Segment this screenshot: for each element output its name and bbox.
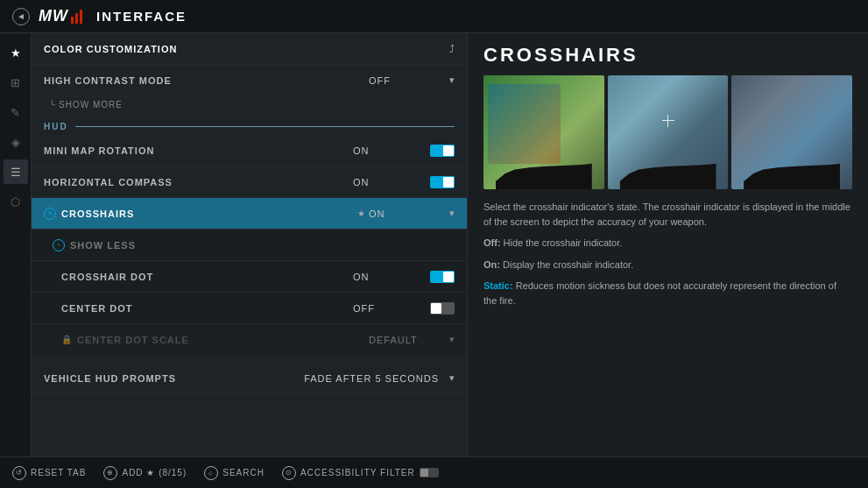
mini-map-value: ON xyxy=(353,145,423,156)
add-icon: ⊕ xyxy=(103,466,117,480)
horizontal-compass-toggle[interactable] xyxy=(430,176,455,188)
color-customization-row[interactable]: COLOR CUSTOMIZATION ⤴ xyxy=(32,33,467,65)
description-on: On: Display the crosshair indicator. xyxy=(483,258,852,272)
vehicle-hud-chevron: ▾ xyxy=(449,372,455,384)
accessibility-toggle-knob xyxy=(420,469,428,477)
crosshair-overlay xyxy=(662,115,674,127)
main-layout: ★ ⊞ ✎ ◈ ☰ ⬡ COLOR CUSTOMIZATION ⤴ HIGH C… xyxy=(0,33,868,456)
top-bar: ◄ MW INTERFACE xyxy=(0,0,868,33)
search-icon: ⌕ xyxy=(204,466,218,480)
mini-map-row[interactable]: MINI MAP ROTATION ON xyxy=(32,135,467,166)
reset-label: RESET TAB xyxy=(31,468,86,477)
accessibility-action[interactable]: ⊙ ACCESSIBILITY FILTER xyxy=(282,466,439,480)
color-customization-label: COLOR CUSTOMIZATION xyxy=(44,44,449,54)
horizontal-compass-toggle-knob xyxy=(443,177,454,187)
crosshairs-star: ★ xyxy=(357,209,365,218)
sidebar-icon-gamepad[interactable]: ⊞ xyxy=(4,70,28,95)
graffiti-overlay-1 xyxy=(488,84,561,164)
crosshairs-title: CROSSHAIRS xyxy=(483,44,852,67)
show-more-label: SHOW MORE xyxy=(59,100,123,110)
search-action[interactable]: ⌕ SEARCH xyxy=(204,466,265,480)
center-dot-scale-value: DEFAULT xyxy=(369,335,439,345)
add-label: ADD ★ (8/15) xyxy=(122,468,187,477)
mini-map-toggle-knob xyxy=(443,145,454,156)
accessibility-toggle[interactable] xyxy=(420,468,439,477)
mini-map-label: MINI MAP ROTATION xyxy=(44,145,353,156)
mini-map-toggle[interactable] xyxy=(430,145,455,157)
hud-section-label: HUD xyxy=(44,122,68,131)
horizontal-compass-value: ON xyxy=(353,177,423,187)
high-contrast-label: HIGH CONTRAST MODE xyxy=(44,75,369,86)
right-panel: CROSSHAIRS Select the crosshair indicato… xyxy=(468,33,868,456)
sidebar-icon-edit[interactable]: ✎ xyxy=(4,100,28,124)
center-dot-scale-chevron: ▾ xyxy=(449,334,455,345)
sidebar-icon-sound[interactable]: ◈ xyxy=(4,130,28,154)
description-main: Select the crosshair indicator's state. … xyxy=(483,200,852,229)
show-more-arrow: └ xyxy=(49,100,55,110)
sidebar-icon-star[interactable]: ★ xyxy=(4,40,28,65)
preview-image-3 xyxy=(731,75,852,189)
center-dot-scale-row: 🔒 CENTER DOT SCALE DEFAULT ▾ xyxy=(32,324,467,356)
high-contrast-row[interactable]: HIGH CONTRAST MODE OFF ▾ xyxy=(32,65,467,96)
reset-icon: ↺ xyxy=(12,466,26,480)
show-less-icon: − xyxy=(53,239,65,251)
description-off: Off: Hide the crosshair indicator. xyxy=(483,236,852,251)
center-dot-toggle[interactable] xyxy=(430,302,455,315)
crosshairs-row[interactable]: ✕ CROSSHAIRS ★ ON ▾ xyxy=(32,198,467,230)
crosshairs-chevron: ▾ xyxy=(449,208,455,219)
crosshairs-icon: ✕ xyxy=(44,208,56,220)
high-contrast-value: OFF xyxy=(369,75,439,86)
crosshairs-label: CROSSHAIRS xyxy=(61,209,357,219)
accessibility-label: ACCESSIBILITY FILTER xyxy=(300,468,415,477)
horizontal-compass-row[interactable]: HORIZONTAL COMPASS ON xyxy=(32,166,467,198)
add-action[interactable]: ⊕ ADD ★ (8/15) xyxy=(103,466,187,480)
vehicle-hud-value: FADE AFTER 5 SECONDS xyxy=(304,373,439,384)
page-title: INTERFACE xyxy=(96,9,187,24)
gun-3 xyxy=(744,150,840,189)
crosshair-dot-value: ON xyxy=(353,272,423,282)
preview-image-1 xyxy=(483,75,604,189)
crosshair-dot-label: CROSSHAIR DOT xyxy=(61,272,353,282)
lock-icon: 🔒 xyxy=(61,335,72,344)
crosshairs-value: ON xyxy=(369,209,439,219)
sidebar-icon-interface[interactable]: ☰ xyxy=(4,159,28,184)
back-button[interactable]: ◄ xyxy=(12,8,30,25)
show-less-row[interactable]: − SHOW LESS xyxy=(32,230,467,261)
settings-panel: COLOR CUSTOMIZATION ⤴ HIGH CONTRAST MODE… xyxy=(32,33,468,456)
center-dot-scale-label: CENTER DOT SCALE xyxy=(77,335,369,345)
high-contrast-chevron: ▾ xyxy=(449,74,455,86)
search-label: SEARCH xyxy=(222,468,265,477)
bottom-bar: ↺ RESET TAB ⊕ ADD ★ (8/15) ⌕ SEARCH ⊙ AC… xyxy=(0,456,868,488)
logo-bars xyxy=(71,10,82,24)
center-dot-row[interactable]: CENTER DOT OFF xyxy=(32,293,467,324)
left-sidebar: ★ ⊞ ✎ ◈ ☰ ⬡ xyxy=(0,33,32,456)
show-less-label: SHOW LESS xyxy=(70,240,455,251)
center-dot-value: OFF xyxy=(353,303,423,314)
game-logo: MW xyxy=(39,7,82,25)
export-icon: ⤴ xyxy=(449,43,455,55)
hud-section-divider: HUD xyxy=(32,115,467,135)
sidebar-icon-shield[interactable]: ⬡ xyxy=(4,189,28,214)
preview-image-2 xyxy=(608,75,729,189)
vehicle-hud-row[interactable]: VEHICLE HUD PROMPTS FADE AFTER 5 SECONDS… xyxy=(32,363,467,394)
gun-2 xyxy=(619,150,716,189)
show-more-row[interactable]: └ SHOW MORE xyxy=(32,96,467,115)
description-static: Static: Reduces motion sickness but does… xyxy=(483,279,852,308)
crosshair-dot-row[interactable]: CROSSHAIR DOT ON xyxy=(32,261,467,293)
horizontal-compass-label: HORIZONTAL COMPASS xyxy=(44,177,353,187)
crosshair-dot-toggle[interactable] xyxy=(430,271,455,283)
vehicle-hud-label: VEHICLE HUD PROMPTS xyxy=(44,373,304,384)
center-dot-toggle-knob xyxy=(431,303,441,314)
accessibility-icon: ⊙ xyxy=(282,466,296,480)
reset-tab-action[interactable]: ↺ RESET TAB xyxy=(12,466,86,480)
hud-divider-line xyxy=(75,126,455,127)
crosshair-dot-toggle-knob xyxy=(443,272,454,282)
center-dot-label: CENTER DOT xyxy=(61,303,353,314)
preview-images xyxy=(483,75,852,189)
